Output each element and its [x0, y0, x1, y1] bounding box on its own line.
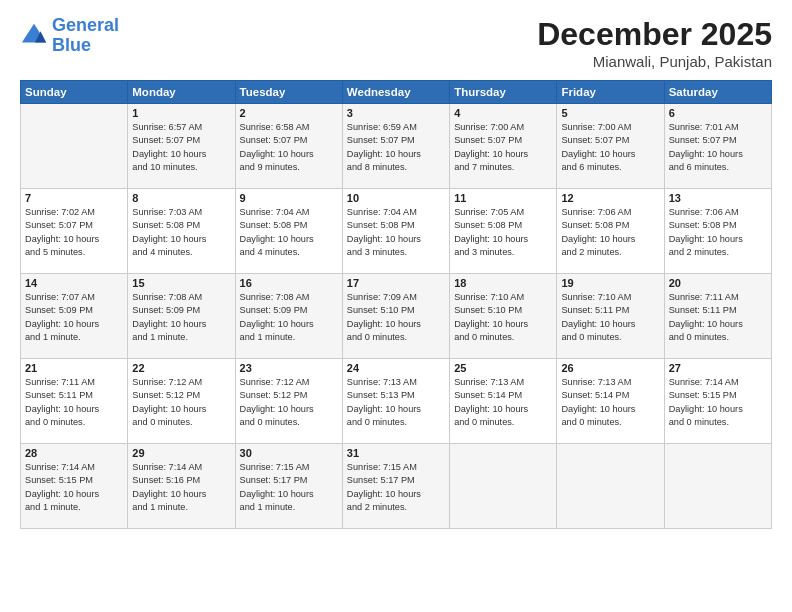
week-row-1: 1Sunrise: 6:57 AMSunset: 5:07 PMDaylight… — [21, 104, 772, 189]
calendar-cell: 24Sunrise: 7:13 AMSunset: 5:13 PMDayligh… — [342, 359, 449, 444]
info-line: Daylight: 10 hours — [25, 319, 99, 329]
info-line: Daylight: 10 hours — [240, 234, 314, 244]
day-number: 20 — [669, 277, 767, 289]
info-line: Sunrise: 7:13 AM — [347, 377, 417, 387]
info-line: Sunset: 5:09 PM — [240, 305, 308, 315]
info-line: and 0 minutes. — [669, 332, 729, 342]
info-line: Sunset: 5:08 PM — [132, 220, 200, 230]
calendar-cell: 25Sunrise: 7:13 AMSunset: 5:14 PMDayligh… — [450, 359, 557, 444]
info-line: Sunrise: 7:09 AM — [347, 292, 417, 302]
info-line: Sunset: 5:16 PM — [132, 475, 200, 485]
info-line: and 2 minutes. — [561, 247, 621, 257]
cell-info: Sunrise: 7:15 AMSunset: 5:17 PMDaylight:… — [240, 461, 338, 514]
info-line: Sunset: 5:11 PM — [669, 305, 737, 315]
calendar-cell: 19Sunrise: 7:10 AMSunset: 5:11 PMDayligh… — [557, 274, 664, 359]
cell-info: Sunrise: 7:09 AMSunset: 5:10 PMDaylight:… — [347, 291, 445, 344]
day-number: 18 — [454, 277, 552, 289]
info-line: Sunrise: 7:06 AM — [669, 207, 739, 217]
info-line: and 0 minutes. — [561, 417, 621, 427]
day-number: 21 — [25, 362, 123, 374]
info-line: Sunset: 5:10 PM — [347, 305, 415, 315]
day-number: 22 — [132, 362, 230, 374]
info-line: Sunset: 5:08 PM — [669, 220, 737, 230]
info-line: Sunrise: 7:01 AM — [669, 122, 739, 132]
week-row-5: 28Sunrise: 7:14 AMSunset: 5:15 PMDayligh… — [21, 444, 772, 529]
info-line: Daylight: 10 hours — [240, 319, 314, 329]
info-line: Daylight: 10 hours — [561, 404, 635, 414]
info-line: Sunset: 5:07 PM — [347, 135, 415, 145]
cell-info: Sunrise: 7:03 AMSunset: 5:08 PMDaylight:… — [132, 206, 230, 259]
cell-info: Sunrise: 7:00 AMSunset: 5:07 PMDaylight:… — [561, 121, 659, 174]
info-line: and 0 minutes. — [347, 417, 407, 427]
info-line: Sunset: 5:08 PM — [561, 220, 629, 230]
info-line: Daylight: 10 hours — [132, 489, 206, 499]
calendar-cell: 31Sunrise: 7:15 AMSunset: 5:17 PMDayligh… — [342, 444, 449, 529]
info-line: Sunrise: 6:58 AM — [240, 122, 310, 132]
col-header-tuesday: Tuesday — [235, 81, 342, 104]
calendar-cell: 15Sunrise: 7:08 AMSunset: 5:09 PMDayligh… — [128, 274, 235, 359]
col-header-wednesday: Wednesday — [342, 81, 449, 104]
info-line: Daylight: 10 hours — [132, 149, 206, 159]
info-line: Daylight: 10 hours — [347, 404, 421, 414]
page: General Blue December 2025 Mianwali, Pun… — [0, 0, 792, 612]
cell-info: Sunrise: 7:08 AMSunset: 5:09 PMDaylight:… — [240, 291, 338, 344]
col-header-sunday: Sunday — [21, 81, 128, 104]
cell-info: Sunrise: 7:12 AMSunset: 5:12 PMDaylight:… — [240, 376, 338, 429]
info-line: Sunrise: 7:03 AM — [132, 207, 202, 217]
info-line: Sunset: 5:12 PM — [132, 390, 200, 400]
info-line: and 1 minute. — [25, 332, 81, 342]
logo: General Blue — [20, 16, 119, 56]
calendar-cell: 7Sunrise: 7:02 AMSunset: 5:07 PMDaylight… — [21, 189, 128, 274]
info-line: Daylight: 10 hours — [669, 404, 743, 414]
info-line: Sunset: 5:07 PM — [561, 135, 629, 145]
week-row-3: 14Sunrise: 7:07 AMSunset: 5:09 PMDayligh… — [21, 274, 772, 359]
logo-blue: Blue — [52, 35, 91, 55]
info-line: Sunset: 5:15 PM — [669, 390, 737, 400]
info-line: Sunset: 5:12 PM — [240, 390, 308, 400]
info-line: and 0 minutes. — [454, 417, 514, 427]
day-number: 5 — [561, 107, 659, 119]
info-line: Daylight: 10 hours — [454, 149, 528, 159]
info-line: and 1 minute. — [132, 502, 188, 512]
info-line: Sunset: 5:08 PM — [454, 220, 522, 230]
cell-info: Sunrise: 7:13 AMSunset: 5:14 PMDaylight:… — [454, 376, 552, 429]
info-line: and 2 minutes. — [669, 247, 729, 257]
info-line: Daylight: 10 hours — [347, 489, 421, 499]
info-line: Sunset: 5:07 PM — [25, 220, 93, 230]
info-line: Sunrise: 7:12 AM — [240, 377, 310, 387]
info-line: and 8 minutes. — [347, 162, 407, 172]
info-line: Sunset: 5:14 PM — [454, 390, 522, 400]
calendar-cell — [557, 444, 664, 529]
info-line: Daylight: 10 hours — [347, 319, 421, 329]
header: General Blue December 2025 Mianwali, Pun… — [20, 16, 772, 70]
info-line: and 0 minutes. — [240, 417, 300, 427]
info-line: and 2 minutes. — [347, 502, 407, 512]
info-line: Daylight: 10 hours — [669, 234, 743, 244]
info-line: Daylight: 10 hours — [25, 489, 99, 499]
info-line: and 0 minutes. — [347, 332, 407, 342]
cell-info: Sunrise: 7:10 AMSunset: 5:11 PMDaylight:… — [561, 291, 659, 344]
info-line: Sunrise: 7:13 AM — [454, 377, 524, 387]
calendar-cell: 16Sunrise: 7:08 AMSunset: 5:09 PMDayligh… — [235, 274, 342, 359]
cell-info: Sunrise: 7:00 AMSunset: 5:07 PMDaylight:… — [454, 121, 552, 174]
info-line: Sunset: 5:17 PM — [240, 475, 308, 485]
calendar-cell: 28Sunrise: 7:14 AMSunset: 5:15 PMDayligh… — [21, 444, 128, 529]
info-line: Sunset: 5:09 PM — [132, 305, 200, 315]
info-line: Daylight: 10 hours — [669, 319, 743, 329]
calendar-cell: 17Sunrise: 7:09 AMSunset: 5:10 PMDayligh… — [342, 274, 449, 359]
calendar-cell: 26Sunrise: 7:13 AMSunset: 5:14 PMDayligh… — [557, 359, 664, 444]
info-line: Daylight: 10 hours — [561, 319, 635, 329]
info-line: Sunset: 5:11 PM — [561, 305, 629, 315]
day-number: 2 — [240, 107, 338, 119]
calendar-cell: 20Sunrise: 7:11 AMSunset: 5:11 PMDayligh… — [664, 274, 771, 359]
info-line: Daylight: 10 hours — [669, 149, 743, 159]
header-row: SundayMondayTuesdayWednesdayThursdayFrid… — [21, 81, 772, 104]
info-line: and 3 minutes. — [454, 247, 514, 257]
calendar-cell: 4Sunrise: 7:00 AMSunset: 5:07 PMDaylight… — [450, 104, 557, 189]
calendar-cell: 14Sunrise: 7:07 AMSunset: 5:09 PMDayligh… — [21, 274, 128, 359]
cell-info: Sunrise: 7:12 AMSunset: 5:12 PMDaylight:… — [132, 376, 230, 429]
day-number: 3 — [347, 107, 445, 119]
cell-info: Sunrise: 7:14 AMSunset: 5:15 PMDaylight:… — [25, 461, 123, 514]
info-line: Sunrise: 7:05 AM — [454, 207, 524, 217]
info-line: Daylight: 10 hours — [240, 149, 314, 159]
